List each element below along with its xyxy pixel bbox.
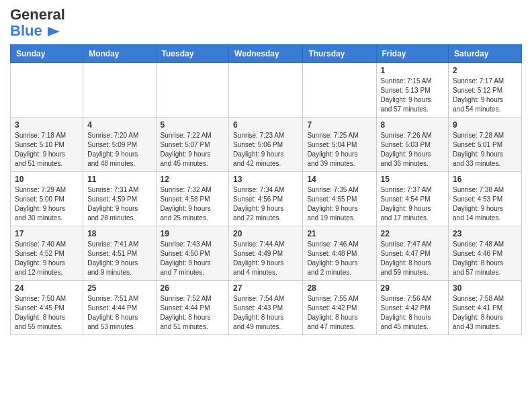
day-info: Sunrise: 7:32 AM Sunset: 4:58 PM Dayligh… — [161, 185, 225, 223]
calendar-cell: 28Sunrise: 7:55 AM Sunset: 4:42 PM Dayli… — [303, 281, 376, 335]
day-info: Sunrise: 7:23 AM Sunset: 5:06 PM Dayligh… — [233, 131, 298, 169]
calendar-cell: 5Sunrise: 7:22 AM Sunset: 5:07 PM Daylig… — [156, 118, 229, 172]
day-info: Sunrise: 7:50 AM Sunset: 4:45 PM Dayligh… — [15, 294, 79, 332]
calendar-week-4: 17Sunrise: 7:40 AM Sunset: 4:52 PM Dayli… — [11, 226, 522, 281]
day-info: Sunrise: 7:20 AM Sunset: 5:09 PM Dayligh… — [87, 131, 151, 169]
calendar-cell: 15Sunrise: 7:37 AM Sunset: 4:54 PM Dayli… — [376, 172, 449, 226]
day-info: Sunrise: 7:55 AM Sunset: 4:42 PM Dayligh… — [307, 294, 371, 332]
day-number: 14 — [307, 175, 371, 184]
calendar-cell: 4Sunrise: 7:20 AM Sunset: 5:09 PM Daylig… — [83, 118, 156, 172]
day-info: Sunrise: 7:18 AM Sunset: 5:10 PM Dayligh… — [15, 131, 79, 169]
day-info: Sunrise: 7:56 AM Sunset: 4:42 PM Dayligh… — [381, 294, 445, 332]
calendar-cell: 1Sunrise: 7:15 AM Sunset: 5:13 PM Daylig… — [376, 63, 449, 118]
day-number: 5 — [161, 120, 225, 130]
calendar-cell: 29Sunrise: 7:56 AM Sunset: 4:42 PM Dayli… — [376, 281, 449, 335]
calendar-cell: 27Sunrise: 7:54 AM Sunset: 4:43 PM Dayli… — [229, 281, 303, 335]
day-number: 30 — [453, 283, 517, 293]
calendar-cell: 13Sunrise: 7:34 AM Sunset: 4:56 PM Dayli… — [229, 172, 303, 226]
calendar-cell: 3Sunrise: 7:18 AM Sunset: 5:10 PM Daylig… — [11, 118, 83, 172]
day-info: Sunrise: 7:51 AM Sunset: 4:44 PM Dayligh… — [87, 294, 151, 332]
day-number: 7 — [307, 120, 371, 130]
day-number: 22 — [381, 229, 445, 238]
day-info: Sunrise: 7:34 AM Sunset: 4:56 PM Dayligh… — [233, 185, 298, 223]
calendar-cell: 22Sunrise: 7:47 AM Sunset: 4:47 PM Dayli… — [376, 226, 449, 281]
day-number: 15 — [381, 175, 445, 184]
day-number: 27 — [233, 283, 298, 293]
day-number: 16 — [453, 175, 517, 184]
calendar-cell: 21Sunrise: 7:46 AM Sunset: 4:48 PM Dayli… — [303, 226, 376, 281]
logo-full: General Blue — [10, 7, 65, 39]
calendar-week-2: 3Sunrise: 7:18 AM Sunset: 5:10 PM Daylig… — [11, 118, 522, 172]
calendar-cell — [156, 63, 229, 118]
day-number: 28 — [307, 283, 371, 293]
day-info: Sunrise: 7:37 AM Sunset: 4:54 PM Dayligh… — [381, 185, 445, 223]
calendar-cell: 20Sunrise: 7:44 AM Sunset: 4:49 PM Dayli… — [229, 226, 303, 281]
calendar-cell: 8Sunrise: 7:26 AM Sunset: 5:03 PM Daylig… — [376, 118, 449, 172]
day-number: 4 — [87, 120, 151, 130]
calendar-week-5: 24Sunrise: 7:50 AM Sunset: 4:45 PM Dayli… — [11, 281, 522, 335]
day-info: Sunrise: 7:43 AM Sunset: 4:50 PM Dayligh… — [161, 240, 225, 277]
calendar-header-row: SundayMondayTuesdayWednesdayThursdayFrid… — [11, 45, 522, 63]
calendar-cell — [303, 63, 376, 118]
calendar-cell — [11, 63, 83, 118]
calendar-cell: 18Sunrise: 7:41 AM Sunset: 4:51 PM Dayli… — [83, 226, 156, 281]
weekday-header-monday: Monday — [83, 45, 156, 63]
calendar-cell: 12Sunrise: 7:32 AM Sunset: 4:58 PM Dayli… — [156, 172, 229, 226]
calendar-cell: 9Sunrise: 7:28 AM Sunset: 5:01 PM Daylig… — [449, 118, 522, 172]
calendar-cell — [229, 63, 303, 118]
day-info: Sunrise: 7:29 AM Sunset: 5:00 PM Dayligh… — [15, 185, 79, 223]
day-number: 18 — [87, 229, 151, 238]
day-number: 26 — [161, 283, 225, 293]
calendar-cell: 24Sunrise: 7:50 AM Sunset: 4:45 PM Dayli… — [11, 281, 83, 335]
calendar-week-1: 1Sunrise: 7:15 AM Sunset: 5:13 PM Daylig… — [11, 63, 522, 118]
day-number: 24 — [15, 283, 79, 293]
calendar-cell: 11Sunrise: 7:31 AM Sunset: 4:59 PM Dayli… — [83, 172, 156, 226]
weekday-header-friday: Friday — [376, 45, 449, 63]
day-number: 20 — [233, 229, 298, 238]
logo-arrow-icon — [48, 27, 60, 36]
day-info: Sunrise: 7:40 AM Sunset: 4:52 PM Dayligh… — [15, 240, 79, 277]
logo-general: General — [10, 7, 65, 23]
day-number: 9 — [453, 120, 517, 130]
day-info: Sunrise: 7:54 AM Sunset: 4:43 PM Dayligh… — [233, 294, 298, 332]
day-number: 23 — [453, 229, 517, 238]
calendar-cell: 14Sunrise: 7:35 AM Sunset: 4:55 PM Dayli… — [303, 172, 376, 226]
day-info: Sunrise: 7:15 AM Sunset: 5:13 PM Dayligh… — [381, 77, 445, 114]
calendar-cell: 10Sunrise: 7:29 AM Sunset: 5:00 PM Dayli… — [11, 172, 83, 226]
calendar-cell: 19Sunrise: 7:43 AM Sunset: 4:50 PM Dayli… — [156, 226, 229, 281]
calendar-cell: 25Sunrise: 7:51 AM Sunset: 4:44 PM Dayli… — [83, 281, 156, 335]
calendar-cell: 2Sunrise: 7:17 AM Sunset: 5:12 PM Daylig… — [449, 63, 522, 118]
svg-marker-4 — [48, 27, 60, 36]
weekday-header-saturday: Saturday — [449, 45, 522, 63]
calendar-cell — [83, 63, 156, 118]
day-info: Sunrise: 7:58 AM Sunset: 4:41 PM Dayligh… — [453, 294, 517, 332]
day-number: 12 — [161, 175, 225, 184]
calendar-week-3: 10Sunrise: 7:29 AM Sunset: 5:00 PM Dayli… — [11, 172, 522, 226]
calendar-cell: 16Sunrise: 7:38 AM Sunset: 4:53 PM Dayli… — [449, 172, 522, 226]
day-info: Sunrise: 7:25 AM Sunset: 5:04 PM Dayligh… — [307, 131, 371, 169]
logo-blue: Blue — [10, 23, 65, 39]
day-number: 21 — [307, 229, 371, 238]
day-info: Sunrise: 7:22 AM Sunset: 5:07 PM Dayligh… — [161, 131, 225, 169]
weekday-header-wednesday: Wednesday — [229, 45, 303, 63]
calendar-cell: 6Sunrise: 7:23 AM Sunset: 5:06 PM Daylig… — [229, 118, 303, 172]
calendar-table: SundayMondayTuesdayWednesdayThursdayFrid… — [10, 44, 522, 335]
day-number: 1 — [381, 66, 445, 75]
day-info: Sunrise: 7:38 AM Sunset: 4:53 PM Dayligh… — [453, 185, 517, 223]
calendar-cell: 17Sunrise: 7:40 AM Sunset: 4:52 PM Dayli… — [11, 226, 83, 281]
day-number: 29 — [381, 283, 445, 293]
day-number: 6 — [233, 120, 298, 130]
calendar-cell: 7Sunrise: 7:25 AM Sunset: 5:04 PM Daylig… — [303, 118, 376, 172]
calendar-cell: 30Sunrise: 7:58 AM Sunset: 4:41 PM Dayli… — [449, 281, 522, 335]
day-info: Sunrise: 7:44 AM Sunset: 4:49 PM Dayligh… — [233, 240, 298, 277]
weekday-header-tuesday: Tuesday — [156, 45, 229, 63]
day-info: Sunrise: 7:47 AM Sunset: 4:47 PM Dayligh… — [381, 240, 445, 277]
page: General Blue General Blue — [0, 0, 532, 342]
day-info: Sunrise: 7:28 AM Sunset: 5:01 PM Dayligh… — [453, 131, 517, 169]
day-number: 10 — [15, 175, 79, 184]
day-info: Sunrise: 7:46 AM Sunset: 4:48 PM Dayligh… — [307, 240, 371, 277]
calendar-cell: 26Sunrise: 7:52 AM Sunset: 4:44 PM Dayli… — [156, 281, 229, 335]
day-number: 19 — [161, 229, 225, 238]
day-info: Sunrise: 7:26 AM Sunset: 5:03 PM Dayligh… — [381, 131, 445, 169]
day-info: Sunrise: 7:52 AM Sunset: 4:44 PM Dayligh… — [161, 294, 225, 332]
